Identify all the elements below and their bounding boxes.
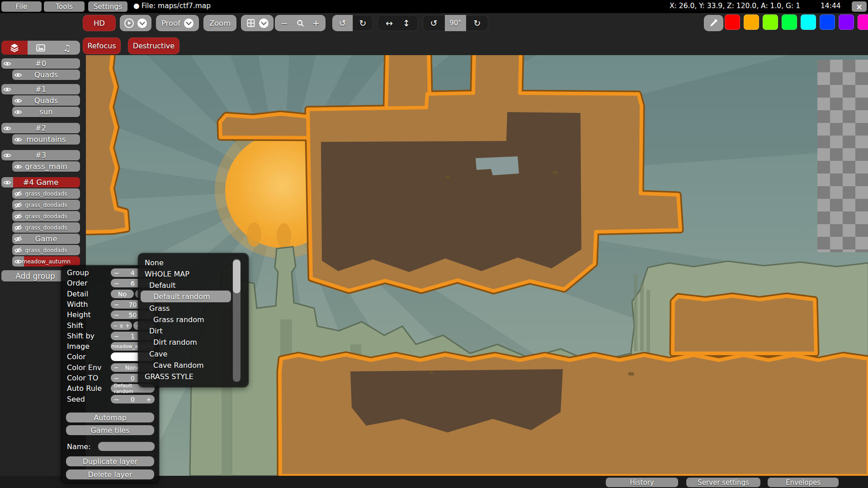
sidebar-group-4-game[interactable]: #4 Game xyxy=(1,177,80,188)
eye-icon[interactable] xyxy=(12,97,24,105)
menu-file[interactable]: File xyxy=(1,1,42,12)
close-button[interactable]: × xyxy=(852,1,867,12)
hd-toggle-button[interactable]: HD xyxy=(83,15,116,31)
sidebar-layer[interactable]: grass_main xyxy=(12,161,80,172)
sidebar-layer[interactable]: grass_doodads xyxy=(12,188,80,199)
proof-button[interactable]: Proof xyxy=(156,15,199,31)
zoom-out-button[interactable]: − xyxy=(281,19,288,28)
destructive-button[interactable]: Destructive xyxy=(128,38,179,54)
minus-icon[interactable]: − xyxy=(114,333,119,340)
minus-icon[interactable]: − xyxy=(114,396,119,403)
dropdown-item[interactable]: WHOLE MAP xyxy=(145,269,189,280)
flip-button-group[interactable]: ↔ ↕ xyxy=(377,15,418,31)
sidebar-group-0[interactable]: #0 xyxy=(1,58,80,69)
minus-icon[interactable]: − xyxy=(114,280,119,287)
proof-options-button[interactable] xyxy=(184,19,193,28)
eye-slash-icon[interactable] xyxy=(12,246,24,254)
flip-horizontal-icon[interactable]: ↔ xyxy=(386,19,393,28)
flip-vertical-icon[interactable]: ↕ xyxy=(403,19,410,28)
eye-icon[interactable] xyxy=(1,60,13,68)
eye-slash-icon[interactable] xyxy=(12,201,24,209)
dropdown-item[interactable]: Cave xyxy=(149,349,167,360)
palette-swatch-red[interactable] xyxy=(725,14,740,30)
plus-icon[interactable]: + xyxy=(146,396,151,403)
palette-swatch-blue[interactable] xyxy=(820,14,835,30)
tab-sounds[interactable]: ♫ xyxy=(54,41,80,55)
rotate-cw-icon[interactable]: ↻ xyxy=(466,19,488,28)
menu-tools[interactable]: Tools xyxy=(44,1,85,12)
zoom-control-group[interactable]: − + xyxy=(275,15,326,31)
zoom-in-button[interactable]: + xyxy=(312,19,320,28)
undo-button[interactable]: ↺ xyxy=(332,15,353,31)
dropdown-item[interactable]: Grass xyxy=(149,303,170,314)
dropdown-item[interactable]: Default xyxy=(149,280,175,291)
eye-icon[interactable] xyxy=(12,136,24,144)
eye-icon[interactable] xyxy=(12,163,24,171)
menu-settings[interactable]: Settings xyxy=(88,1,127,12)
name-input[interactable] xyxy=(98,442,155,451)
palette-swatch-purple[interactable] xyxy=(839,14,854,30)
eye-icon[interactable] xyxy=(1,124,13,132)
rotate-angle-value[interactable]: 90° xyxy=(445,15,466,31)
sidebar-layer[interactable]: grass_doodads xyxy=(12,245,80,255)
sidebar-layer[interactable]: sun xyxy=(12,107,80,117)
sidebar-group-3[interactable]: #3 xyxy=(1,150,80,160)
dropdown-item[interactable]: Dirt random xyxy=(153,337,197,348)
dropdown-item[interactable]: Grass random xyxy=(153,314,204,325)
play-options-button[interactable] xyxy=(137,19,147,28)
animate-button-group[interactable] xyxy=(120,15,151,31)
dropdown-scrollbar-thumb[interactable] xyxy=(233,260,241,293)
dropdown-item[interactable]: Cave Random xyxy=(153,360,204,371)
history-button[interactable]: History xyxy=(606,478,678,487)
plus-icon[interactable]: + xyxy=(125,323,130,329)
play-icon[interactable] xyxy=(124,19,134,28)
dropdown-item-selected[interactable]: Default random xyxy=(153,291,210,302)
eye-slash-icon[interactable] xyxy=(12,224,24,232)
refocus-button[interactable]: Refocus xyxy=(83,38,121,54)
game-tiles-button[interactable]: Game tiles xyxy=(66,425,154,435)
magnifier-icon[interactable] xyxy=(296,19,305,28)
eye-icon[interactable] xyxy=(12,71,24,79)
palette-swatch-cyan[interactable] xyxy=(801,14,816,30)
minus-icon[interactable]: − xyxy=(114,301,119,308)
tab-images[interactable] xyxy=(28,41,54,55)
server-settings-button[interactable]: Server settings xyxy=(686,478,760,487)
eye-slash-icon[interactable] xyxy=(12,212,24,221)
dropdown-item[interactable]: GRASS STYLE xyxy=(145,371,193,382)
duplicate-layer-button[interactable]: Duplicate layer xyxy=(66,456,154,466)
rotate-ccw-icon[interactable]: ↺ xyxy=(423,19,445,28)
sidebar-layer[interactable]: Quads xyxy=(12,95,80,106)
seed-value-field[interactable]: −0+ xyxy=(111,395,155,404)
sidebar-layer[interactable]: grass_doodads xyxy=(12,222,80,233)
sidebar-layer[interactable]: grass_doodads xyxy=(12,211,80,221)
eye-icon[interactable] xyxy=(1,85,13,94)
palette-swatch-magenta[interactable] xyxy=(858,14,868,30)
grid-options-button[interactable] xyxy=(259,19,269,28)
sidebar-layer-selected[interactable]: meadow_autumn xyxy=(12,256,80,267)
tab-layers[interactable] xyxy=(1,41,28,55)
sidebar-layer-game[interactable]: Game xyxy=(12,234,80,244)
redo-button[interactable]: ↻ xyxy=(353,15,373,31)
palette-swatch-green[interactable] xyxy=(782,14,797,30)
sidebar-layer[interactable]: grass_doodads xyxy=(12,200,80,210)
minus-icon[interactable]: − xyxy=(114,311,119,319)
sidebar-group-1[interactable]: #1 xyxy=(1,84,80,94)
sidebar-group-2[interactable]: #2 xyxy=(1,123,80,133)
eye-slash-icon[interactable] xyxy=(12,190,24,198)
eye-icon[interactable] xyxy=(12,256,24,267)
eye-slash-icon[interactable] xyxy=(12,235,24,243)
dropdown-item[interactable]: None xyxy=(145,258,164,268)
dropdown-item[interactable]: Dirt xyxy=(149,326,163,337)
color-picker-button[interactable] xyxy=(704,15,723,31)
grid-button-group[interactable] xyxy=(241,15,274,31)
rotate-button-group[interactable]: ↺ 90° ↻ xyxy=(423,15,488,31)
minus-icon[interactable]: − xyxy=(114,364,119,371)
zoom-button[interactable]: Zoom xyxy=(203,15,236,31)
eye-icon[interactable] xyxy=(12,108,24,116)
minus-icon[interactable]: − xyxy=(113,323,118,329)
add-group-button[interactable]: Add group xyxy=(1,270,69,282)
eye-icon[interactable] xyxy=(1,177,13,188)
eye-icon[interactable] xyxy=(1,151,13,160)
minus-icon[interactable]: − xyxy=(114,375,119,382)
sidebar-layer[interactable]: mountains xyxy=(12,134,80,145)
